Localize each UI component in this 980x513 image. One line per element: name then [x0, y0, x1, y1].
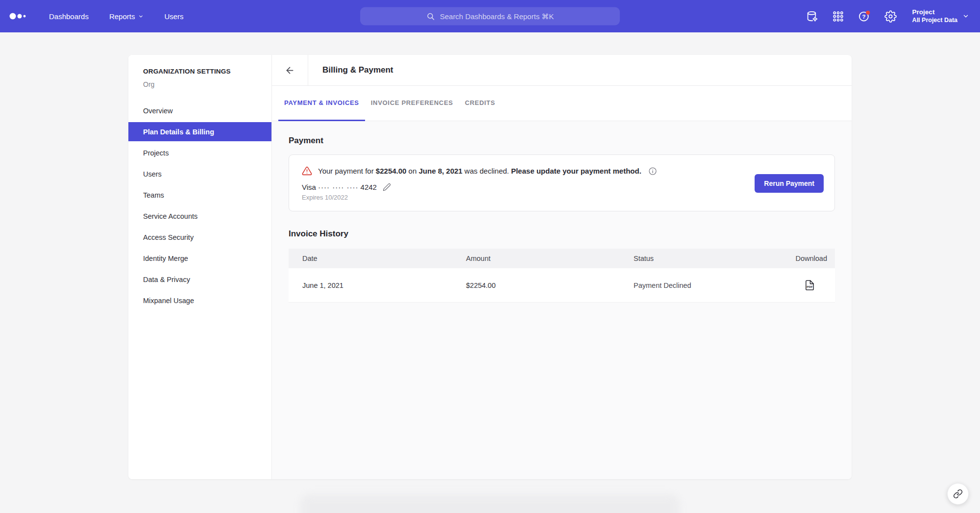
- invoice-table-header: Date Amount Status Download: [289, 249, 835, 268]
- invoice-amount: $2254.00: [466, 282, 634, 289]
- invoice-row: June 1, 2021 $2254.00 Payment Declined P…: [289, 268, 835, 303]
- sidebar-header: ORGANIZATION SETTINGS Org: [128, 55, 271, 88]
- nav-item-label: Reports: [109, 12, 135, 21]
- page-title: Billing & Payment: [308, 55, 393, 85]
- sidebar-item-identity-merge[interactable]: Identity Merge: [128, 249, 271, 268]
- nav-item-reports[interactable]: Reports: [109, 12, 144, 21]
- data-management-icon[interactable]: [806, 10, 818, 23]
- column-header-download: Download: [768, 255, 827, 262]
- info-icon[interactable]: [648, 167, 657, 176]
- chevron-down-icon: [138, 14, 144, 19]
- invoice-history-heading: Invoice History: [289, 229, 835, 239]
- edit-card-icon[interactable]: [383, 183, 391, 191]
- search-icon: [426, 12, 435, 21]
- apps-grid-icon[interactable]: [832, 10, 844, 23]
- svg-text:?: ?: [862, 14, 865, 20]
- declined-payment-message: Your payment for $2254.00 on June 8, 202…: [302, 166, 755, 176]
- sidebar-items: Overview Plan Details & Billing Projects…: [128, 101, 271, 310]
- card-on-file: Visa ···· ···· ···· 4242: [302, 183, 755, 191]
- settings-icon[interactable]: [884, 10, 897, 23]
- project-switcher[interactable]: Project All Project Data: [912, 8, 969, 25]
- invoice-status: Payment Declined: [634, 282, 768, 289]
- sidebar-item-teams[interactable]: Teams: [128, 185, 271, 205]
- sidebar-item-projects[interactable]: Projects: [128, 143, 271, 162]
- share-link-button[interactable]: [947, 483, 969, 505]
- billing-main: Billing & Payment PAYMENT & INVOICES INV…: [272, 55, 852, 479]
- sidebar-item-mixpanel-usage[interactable]: Mixpanel Usage: [128, 291, 271, 310]
- nav-item-dashboards[interactable]: Dashboards: [49, 12, 89, 21]
- invoice-download-cell: PDF: [768, 280, 827, 291]
- card-expiry: Expires 10/2022: [302, 194, 755, 201]
- column-header-date: Date: [302, 255, 466, 262]
- payment-heading: Payment: [289, 136, 835, 146]
- update-method-text: Please update your payment method.: [511, 167, 641, 175]
- sidebar-item-plan-details-billing[interactable]: Plan Details & Billing: [128, 122, 271, 141]
- tab-invoice-preferences[interactable]: INVOICE PREFERENCES: [365, 86, 459, 121]
- org-name: Org: [143, 80, 257, 88]
- rerun-payment-button[interactable]: Rerun Payment: [755, 174, 824, 193]
- org-settings-sidebar: ORGANIZATION SETTINGS Org Overview Plan …: [128, 55, 272, 479]
- nav-item-users[interactable]: Users: [164, 12, 183, 21]
- navbar-right-cluster: ? Project All Project Data: [806, 8, 969, 25]
- arrow-left-icon: [285, 65, 295, 76]
- declined-amount: $2254.00: [376, 167, 407, 175]
- alert-triangle-icon: [302, 166, 312, 176]
- tab-payment-invoices[interactable]: PAYMENT & INVOICES: [278, 86, 365, 121]
- notification-dot: [866, 11, 870, 15]
- sidebar-item-service-accounts[interactable]: Service Accounts: [128, 206, 271, 226]
- help-icon[interactable]: ?: [858, 10, 871, 23]
- mixpanel-logo-icon[interactable]: [9, 11, 28, 21]
- payment-alert-body: Your payment for $2254.00 on June 8, 202…: [302, 166, 755, 201]
- invoice-table: Date Amount Status Download June 1, 2021…: [289, 249, 835, 303]
- column-header-status: Status: [634, 255, 768, 262]
- payment-alert-card: Your payment for $2254.00 on June 8, 202…: [289, 154, 835, 211]
- search-placeholder: Search Dashboards & Reports ⌘K: [440, 12, 554, 21]
- sidebar-item-users[interactable]: Users: [128, 164, 271, 183]
- project-label: Project: [912, 8, 957, 17]
- invoice-date: June 1, 2021: [302, 282, 466, 289]
- project-value: All Project Data: [912, 17, 957, 25]
- sidebar-item-overview[interactable]: Overview: [128, 101, 271, 120]
- sidebar-item-access-security[interactable]: Access Security: [128, 228, 271, 247]
- declined-text: Your payment for $2254.00 on June 8, 202…: [318, 167, 641, 175]
- nav-item-label: Dashboards: [49, 12, 89, 21]
- nav-item-label: Users: [164, 12, 183, 21]
- sidebar-item-data-privacy[interactable]: Data & Privacy: [128, 270, 271, 289]
- declined-date: June 8, 2021: [418, 167, 462, 175]
- panel-header: Billing & Payment: [272, 55, 852, 86]
- sidebar-section-title: ORGANIZATION SETTINGS: [143, 68, 257, 75]
- billing-content: Payment Your payment for $2254.00 on Jun…: [272, 121, 852, 479]
- top-navbar: Dashboards Reports Users Search Dashboar…: [0, 0, 980, 32]
- column-header-amount: Amount: [466, 255, 634, 262]
- download-pdf-icon[interactable]: PDF: [804, 280, 815, 291]
- search-input[interactable]: Search Dashboards & Reports ⌘K: [360, 7, 620, 26]
- billing-tabs: PAYMENT & INVOICES INVOICE PREFERENCES C…: [272, 86, 852, 121]
- primary-nav: Dashboards Reports Users: [49, 12, 184, 21]
- svg-text:PDF: PDF: [807, 285, 813, 288]
- link-icon: [953, 489, 963, 499]
- card-number-text: Visa ···· ···· ···· 4242: [302, 183, 377, 191]
- tab-credits[interactable]: CREDITS: [459, 86, 501, 121]
- chevron-down-icon: [962, 13, 969, 20]
- below-fold-shadow: [300, 494, 680, 513]
- settings-panel: ORGANIZATION SETTINGS Org Overview Plan …: [128, 55, 852, 479]
- project-labels: Project All Project Data: [912, 8, 957, 25]
- back-button[interactable]: [272, 55, 308, 85]
